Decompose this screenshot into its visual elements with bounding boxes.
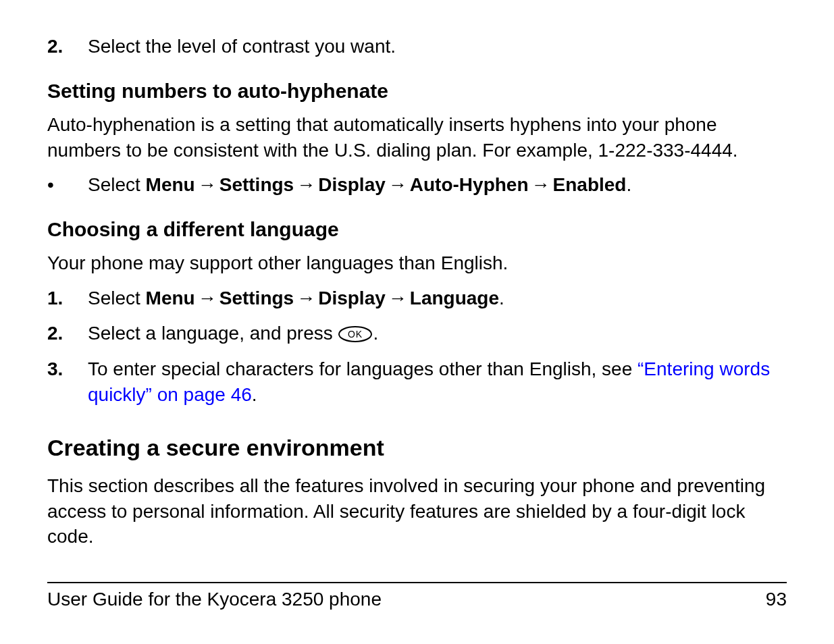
menu-path-item: Language [410, 288, 499, 308]
lead-text: Select [88, 174, 146, 195]
step-text: To enter special characters for language… [88, 356, 787, 408]
svg-text:OK: OK [348, 329, 363, 340]
arrow-icon: → [386, 172, 410, 198]
step-text: Select the level of contrast you want. [88, 34, 787, 59]
paragraph-secure-environment: This section describes all the features … [47, 473, 787, 549]
bullet-item: • Select Menu→Settings→Display→Auto-Hyph… [47, 172, 787, 198]
footer-title: User Guide for the Kyocera 3250 phone [47, 589, 382, 610]
period: . [499, 288, 504, 308]
text-after: . [252, 384, 257, 405]
arrow-icon: → [195, 286, 219, 311]
ordered-step: 3. To enter special characters for langu… [47, 356, 787, 408]
heading-language: Choosing a different language [47, 218, 787, 241]
paragraph-language: Your phone may support other languages t… [47, 250, 787, 276]
arrow-icon: → [386, 286, 410, 311]
paragraph-auto-hyphenate: Auto-hyphenation is a setting that autom… [47, 112, 787, 163]
menu-path-item: Display [318, 288, 386, 308]
footer-rule [47, 582, 787, 583]
heading-secure-environment: Creating a secure environment [47, 435, 787, 461]
step-number: 3. [47, 356, 88, 408]
ordered-step: 2. Select a language, and press OK . [47, 321, 787, 348]
step-number: 2. [47, 34, 88, 59]
heading-auto-hyphenate: Setting numbers to auto-hyphenate [47, 80, 787, 103]
menu-path-item: Menu [146, 174, 195, 195]
bullet-text: Select Menu→Settings→Display→Auto-Hyphen… [88, 172, 787, 198]
ok-button-icon: OK [338, 321, 373, 347]
text-before: To enter special characters for language… [88, 358, 637, 379]
ordered-step: 2. Select the level of contrast you want… [47, 34, 787, 59]
menu-path-item: Auto-Hyphen [410, 174, 529, 195]
text-before: Select a language, and press [88, 323, 338, 344]
menu-path-item: Display [318, 174, 386, 195]
menu-path-item: Settings [219, 288, 294, 308]
step-text: Select a language, and press OK . [88, 321, 787, 348]
menu-path-item: Enabled [553, 174, 627, 195]
text-after: . [373, 323, 378, 344]
step-number: 2. [47, 321, 88, 348]
arrow-icon: → [294, 172, 318, 198]
page-footer: User Guide for the Kyocera 3250 phone 93 [47, 582, 787, 610]
step-number: 1. [47, 286, 88, 311]
page-number: 93 [766, 589, 787, 610]
arrow-icon: → [195, 172, 219, 198]
arrow-icon: → [529, 172, 553, 198]
period: . [626, 174, 631, 195]
document-page: 2. Select the level of contrast you want… [0, 0, 834, 644]
ordered-step: 1. Select Menu→Settings→Display→Language… [47, 286, 787, 311]
arrow-icon: → [294, 286, 318, 311]
menu-path-item: Settings [219, 174, 294, 195]
step-text: Select Menu→Settings→Display→Language. [88, 286, 787, 311]
menu-path-item: Menu [146, 288, 195, 308]
bullet-marker: • [47, 172, 88, 198]
lead-text: Select [88, 288, 146, 308]
